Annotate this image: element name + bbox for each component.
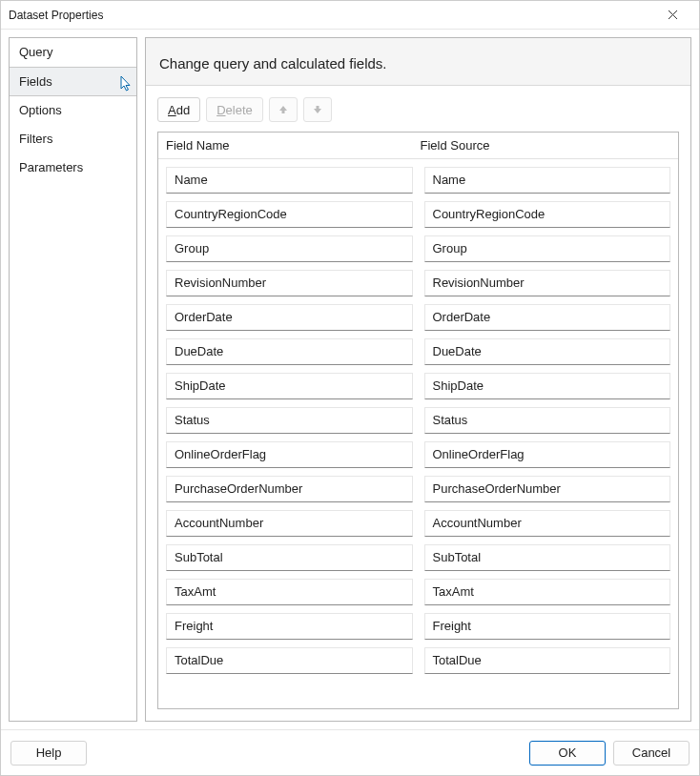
field-source-cell[interactable]: OrderDate [424, 304, 671, 331]
table-row[interactable]: DueDateDueDate [162, 335, 674, 369]
field-name-cell[interactable]: ShipDate [166, 373, 413, 399]
field-name-cell[interactable]: TaxAmt [166, 579, 413, 605]
grid-body[interactable]: NameNameCountryRegionCodeCountryRegionCo… [158, 159, 678, 708]
field-source-cell[interactable]: RevisionNumber [424, 270, 671, 296]
ok-button[interactable]: OK [529, 741, 606, 766]
move-up-button[interactable] [269, 97, 298, 122]
arrow-down-icon [313, 105, 322, 114]
close-button[interactable] [653, 10, 691, 20]
table-row[interactable]: OnlineOrderFlagOnlineOrderFlag [162, 438, 674, 472]
field-name-cell[interactable]: Status [166, 407, 413, 434]
dialog-footer: Help OK Cancel [1, 729, 699, 775]
add-rest: dd [176, 103, 190, 117]
sidebar-item-label: Fields [19, 74, 52, 89]
field-name-cell[interactable]: DueDate [166, 338, 413, 365]
delete-button[interactable]: Delete [206, 97, 263, 122]
table-row[interactable]: PurchaseOrderNumberPurchaseOrderNumber [162, 472, 674, 506]
main-content: Add Delete [146, 85, 690, 721]
help-label: Help [36, 745, 62, 760]
table-row[interactable]: ShipDateShipDate [162, 369, 674, 403]
delete-rest: elete [226, 103, 253, 117]
field-name-cell[interactable]: TotalDue [166, 647, 413, 674]
field-name-cell[interactable]: PurchaseOrderNumber [166, 476, 413, 502]
field-name-cell[interactable]: RevisionNumber [166, 270, 413, 296]
header-field-name[interactable]: Field Name [166, 138, 417, 153]
table-row[interactable]: StatusStatus [162, 403, 674, 438]
table-row[interactable]: OrderDateOrderDate [162, 300, 674, 335]
table-row[interactable]: CountryRegionCodeCountryRegionCode [162, 197, 674, 232]
page-heading: Change query and calculated fields. [146, 38, 690, 85]
toolbar: Add Delete [157, 97, 679, 122]
field-source-cell[interactable]: ShipDate [424, 373, 671, 399]
dialog-body: Query Fields Options Filters Parameters … [1, 30, 699, 729]
field-source-cell[interactable]: Name [424, 167, 671, 194]
field-source-cell[interactable]: AccountNumber [424, 510, 671, 537]
field-source-cell[interactable]: DueDate [424, 338, 671, 365]
sidebar-item-parameters[interactable]: Parameters [10, 153, 136, 182]
header-field-source[interactable]: Field Source [417, 138, 671, 153]
fields-grid: Field Name Field Source NameNameCountryR… [157, 132, 679, 709]
sidebar: Query Fields Options Filters Parameters [9, 37, 137, 722]
field-source-cell[interactable]: OnlineOrderFlag [424, 441, 671, 468]
help-button[interactable]: Help [10, 741, 87, 766]
table-row[interactable]: TotalDueTotalDue [162, 643, 674, 678]
field-source-cell[interactable]: Status [424, 407, 671, 434]
sidebar-item-label: Filters [19, 132, 52, 146]
sidebar-item-query[interactable]: Query [10, 38, 136, 67]
field-source-cell[interactable]: Group [424, 235, 671, 262]
sidebar-item-filters[interactable]: Filters [10, 125, 136, 153]
sidebar-item-fields[interactable]: Fields [10, 67, 136, 96]
field-source-cell[interactable]: Freight [424, 613, 671, 640]
table-row[interactable]: AccountNumberAccountNumber [162, 506, 674, 541]
close-icon [668, 10, 678, 20]
sidebar-item-options[interactable]: Options [10, 96, 136, 125]
table-row[interactable]: NameName [162, 163, 674, 197]
sidebar-item-label: Query [19, 45, 52, 59]
cancel-label: Cancel [632, 745, 670, 760]
field-source-cell[interactable]: SubTotal [424, 544, 671, 571]
delete-mnemonic: D [216, 103, 225, 117]
field-name-cell[interactable]: SubTotal [166, 544, 413, 571]
table-row[interactable]: FreightFreight [162, 609, 674, 643]
field-name-cell[interactable]: CountryRegionCode [166, 201, 413, 228]
table-row[interactable]: GroupGroup [162, 232, 674, 266]
field-source-cell[interactable]: TotalDue [424, 647, 671, 674]
field-name-cell[interactable]: AccountNumber [166, 510, 413, 537]
field-name-cell[interactable]: Freight [166, 613, 413, 640]
field-name-cell[interactable]: OrderDate [166, 304, 413, 331]
dialog-window: Dataset Properties Query Fields Options … [0, 0, 700, 776]
grid-header: Field Name Field Source [158, 133, 678, 159]
field-name-cell[interactable]: Group [166, 235, 413, 262]
cancel-button[interactable]: Cancel [613, 741, 690, 766]
ok-label: OK [559, 745, 577, 760]
sidebar-item-label: Options [19, 103, 62, 117]
field-source-cell[interactable]: CountryRegionCode [424, 201, 671, 228]
window-title: Dataset Properties [9, 9, 653, 22]
field-source-cell[interactable]: TaxAmt [424, 579, 671, 605]
field-name-cell[interactable]: OnlineOrderFlag [166, 441, 413, 468]
arrow-up-icon [278, 105, 288, 114]
table-row[interactable]: SubTotalSubTotal [162, 541, 674, 575]
field-name-cell[interactable]: Name [166, 167, 413, 194]
titlebar: Dataset Properties [1, 1, 699, 30]
table-row[interactable]: TaxAmtTaxAmt [162, 575, 674, 609]
move-down-button[interactable] [303, 97, 332, 122]
field-source-cell[interactable]: PurchaseOrderNumber [424, 476, 671, 502]
main-panel: Change query and calculated fields. Add … [145, 37, 691, 722]
sidebar-item-label: Parameters [19, 160, 83, 174]
add-mnemonic: A [168, 103, 176, 117]
table-row[interactable]: RevisionNumberRevisionNumber [162, 266, 674, 300]
add-button[interactable]: Add [157, 97, 200, 122]
